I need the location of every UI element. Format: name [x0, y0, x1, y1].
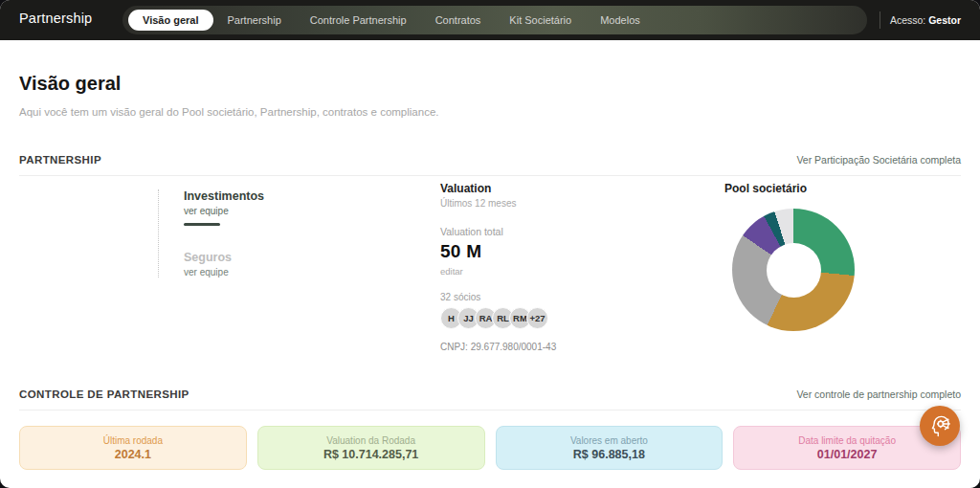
access-label: Acesso: [890, 14, 925, 26]
valuation-total-label: Valuation total [440, 226, 556, 237]
card-value: 2024.1 [115, 448, 151, 461]
tab-visao-geral[interactable]: Visão geral [128, 10, 213, 31]
card-label: Valores em aberto [570, 435, 648, 446]
main-nav: Visão geral Partnership Controle Partner… [122, 6, 867, 34]
valuation-period: Últimos 12 meses [440, 198, 556, 209]
tab-modelos[interactable]: Modelos [586, 10, 655, 31]
tab-partnership[interactable]: Partnership [213, 10, 296, 31]
app-window: Partnership Visão geral Partnership Cont… [0, 0, 980, 488]
team-item-seguros[interactable]: Seguros ver equipe [184, 251, 264, 277]
valuation-edit-link[interactable]: editar [440, 266, 556, 277]
team-item-investimentos[interactable]: Investimentos ver equipe [184, 189, 264, 226]
page-subtitle: Aqui você tem um visão geral do Pool soc… [19, 106, 961, 118]
tab-kit-societario[interactable]: Kit Societário [495, 10, 586, 31]
team-name[interactable]: Investimentos [184, 189, 264, 203]
ai-head-gear-icon [926, 412, 953, 439]
partners-count-label: 32 sócios [440, 292, 556, 302]
top-nav: Partnership Visão geral Partnership Cont… [0, 0, 980, 40]
summary-card[interactable]: Valores em aberto R$ 96.885,18 [496, 426, 724, 470]
controle-section-header: CONTROLE DE PARTNERSHIP Ver controle de … [19, 388, 961, 410]
partnership-section-header: PARTNERSHIP Ver Participação Societária … [19, 154, 961, 176]
team-name[interactable]: Seguros [184, 251, 264, 264]
controle-section-title: CONTROLE DE PARTNERSHIP [19, 388, 189, 400]
topbar-divider [880, 11, 880, 29]
cnpj-label: CNPJ: 29.677.980/0001-43 [440, 342, 556, 352]
partner-avatars: H JJ RA RL RM +27 [440, 307, 556, 329]
card-value: R$ 10.714.285,71 [323, 448, 418, 461]
main-content: Visão geral Aqui você tem um visão geral… [0, 40, 980, 488]
pool-chart-title: Pool societário [724, 182, 855, 195]
tab-contratos[interactable]: Contratos [421, 10, 496, 31]
teams-list: Investimentos ver equipe Seguros ver equ… [158, 189, 264, 277]
card-label: Valuation da Rodada [326, 435, 415, 446]
partnership-section-link[interactable]: Ver Participação Societária completa [796, 154, 961, 166]
valuation-title: Valuation [440, 182, 556, 195]
avatar-overflow-count[interactable]: +27 [526, 307, 548, 329]
brand-title: Partnership [19, 11, 92, 26]
page-title: Visão geral [19, 40, 961, 95]
card-value: R$ 96.885,18 [573, 448, 645, 461]
card-label: Última rodada [103, 435, 163, 446]
summary-card[interactable]: Valuation da Rodada R$ 10.714.285,71 [257, 426, 485, 470]
card-label: Data limite da quitação [798, 435, 896, 446]
access-role: Acesso: Gestor [890, 14, 961, 26]
pool-donut-chart [732, 209, 855, 331]
ai-assistant-fab-button[interactable] [920, 406, 960, 446]
tab-controle-partnership[interactable]: Controle Partnership [296, 10, 421, 31]
pool-societario-block: Pool societário [724, 182, 855, 331]
partnership-panel: Investimentos ver equipe Seguros ver equ… [19, 176, 961, 379]
team-ver-equipe-link[interactable]: ver equipe [184, 267, 264, 277]
summary-cards-row: Última rodada 2024.1 Valuation da Rodada… [19, 426, 961, 470]
summary-card[interactable]: Última rodada 2024.1 [19, 426, 247, 470]
controle-section-link[interactable]: Ver controle de partnership completo [796, 388, 961, 400]
valuation-total-value: 50 M [440, 241, 556, 262]
team-ver-equipe-link[interactable]: ver equipe [184, 206, 264, 216]
partnership-section-title: PARTNERSHIP [19, 154, 101, 166]
access-value: Gestor [928, 14, 961, 26]
valuation-block: Valuation Últimos 12 meses Valuation tot… [440, 182, 556, 352]
card-value: 01/01/2027 [817, 448, 878, 461]
